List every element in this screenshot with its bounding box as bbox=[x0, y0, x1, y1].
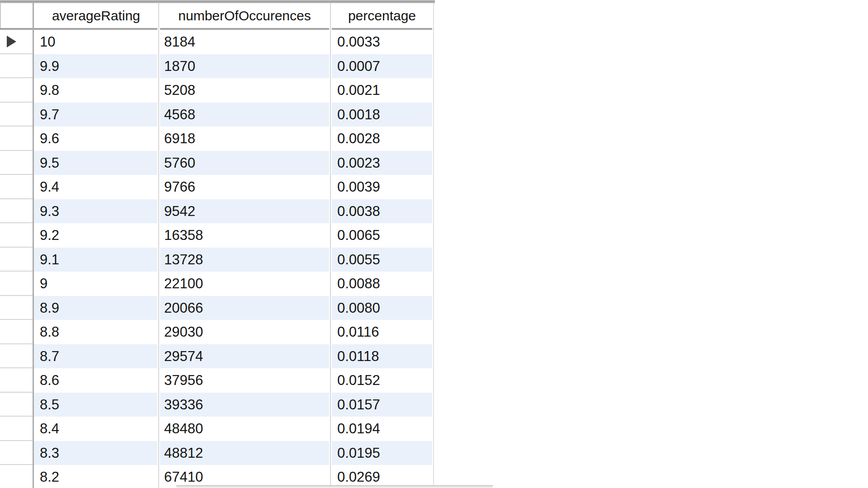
table-row[interactable]: 9.1 13728 0.0055 bbox=[34, 248, 433, 272]
cell-averageRating[interactable]: 9.1 bbox=[34, 248, 159, 272]
cell-percentage[interactable]: 0.0088 bbox=[331, 272, 433, 296]
cell-numberOfOccurences[interactable]: 22100 bbox=[159, 272, 331, 296]
row-selector-cell[interactable] bbox=[0, 54, 33, 79]
table-row[interactable]: 9.5 5760 0.0023 bbox=[34, 151, 433, 175]
cell-percentage[interactable]: 0.0118 bbox=[331, 344, 433, 369]
panel-top-border bbox=[0, 0, 435, 3]
table-row[interactable]: 9.2 16358 0.0065 bbox=[34, 223, 433, 248]
cell-averageRating[interactable]: 8.3 bbox=[34, 441, 159, 465]
cell-percentage[interactable]: 0.0157 bbox=[331, 393, 433, 417]
row-selector-cell[interactable] bbox=[0, 272, 33, 296]
row-selector-cell[interactable] bbox=[0, 223, 33, 248]
horizontal-scrollbar[interactable] bbox=[176, 485, 493, 488]
cell-averageRating[interactable]: 9.7 bbox=[34, 103, 159, 127]
cell-averageRating[interactable]: 8.7 bbox=[34, 344, 159, 369]
cell-numberOfOccurences[interactable]: 48812 bbox=[159, 441, 331, 465]
row-selector-cell[interactable] bbox=[0, 78, 33, 103]
cell-averageRating[interactable]: 10 bbox=[34, 30, 159, 54]
cell-percentage[interactable]: 0.0018 bbox=[331, 103, 433, 127]
cell-numberOfOccurences[interactable]: 37956 bbox=[159, 368, 331, 393]
row-selector-cell[interactable] bbox=[0, 151, 33, 175]
cell-numberOfOccurences[interactable]: 6918 bbox=[159, 127, 331, 151]
cell-numberOfOccurences[interactable]: 4568 bbox=[159, 103, 331, 127]
cell-numberOfOccurences[interactable]: 16358 bbox=[159, 223, 331, 248]
table-row[interactable]: 9.6 6918 0.0028 bbox=[34, 127, 433, 151]
cell-averageRating[interactable]: 8.4 bbox=[34, 417, 159, 441]
table-row[interactable]: 8.4 48480 0.0194 bbox=[34, 417, 433, 441]
cell-numberOfOccurences[interactable]: 13728 bbox=[159, 248, 331, 272]
row-selector-cell[interactable] bbox=[0, 127, 33, 151]
row-selector-cell[interactable] bbox=[0, 248, 33, 272]
cell-numberOfOccurences[interactable]: 67410 bbox=[159, 465, 331, 488]
cell-numberOfOccurences[interactable]: 8184 bbox=[159, 30, 331, 54]
cell-percentage[interactable]: 0.0038 bbox=[331, 199, 433, 224]
cell-numberOfOccurences[interactable]: 1870 bbox=[159, 54, 331, 79]
cell-averageRating[interactable]: 8.2 bbox=[34, 465, 159, 488]
table-row[interactable]: 8.9 20066 0.0080 bbox=[34, 296, 433, 320]
cell-averageRating[interactable]: 8.5 bbox=[34, 393, 159, 417]
cell-averageRating[interactable]: 9.9 bbox=[34, 54, 159, 79]
row-selector-cell[interactable] bbox=[0, 465, 33, 488]
table-row[interactable]: 9.9 1870 0.0007 bbox=[34, 54, 433, 79]
table-row[interactable]: 8.8 29030 0.0116 bbox=[34, 320, 433, 344]
cell-averageRating[interactable]: 9.4 bbox=[34, 175, 159, 199]
row-selector-cell[interactable] bbox=[0, 30, 33, 54]
column-header-percentage[interactable]: percentage bbox=[331, 3, 433, 28]
cell-percentage[interactable]: 0.0269 bbox=[331, 465, 433, 488]
table-row[interactable]: 8.5 39336 0.0157 bbox=[34, 393, 433, 417]
row-selector-cell[interactable] bbox=[0, 393, 33, 417]
cell-numberOfOccurences[interactable]: 48480 bbox=[159, 417, 331, 441]
row-selector-cell[interactable] bbox=[0, 417, 33, 441]
table-row[interactable]: 10 8184 0.0033 bbox=[34, 30, 433, 54]
cell-percentage[interactable]: 0.0023 bbox=[331, 151, 433, 175]
cell-percentage[interactable]: 0.0195 bbox=[331, 441, 433, 465]
cell-numberOfOccurences[interactable]: 5208 bbox=[159, 78, 331, 103]
cell-averageRating[interactable]: 9.8 bbox=[34, 78, 159, 103]
row-selector-cell[interactable] bbox=[0, 441, 33, 465]
row-selector-cell[interactable] bbox=[0, 199, 33, 224]
cell-percentage[interactable]: 0.0033 bbox=[331, 30, 433, 54]
cell-percentage[interactable]: 0.0028 bbox=[331, 127, 433, 151]
cell-numberOfOccurences[interactable]: 5760 bbox=[159, 151, 331, 175]
cell-averageRating[interactable]: 9.5 bbox=[34, 151, 159, 175]
cell-averageRating[interactable]: 8.6 bbox=[34, 368, 159, 393]
cell-percentage[interactable]: 0.0055 bbox=[331, 248, 433, 272]
table-row[interactable]: 8.7 29574 0.0118 bbox=[34, 344, 433, 369]
cell-percentage[interactable]: 0.0116 bbox=[331, 320, 433, 344]
row-selector-cell[interactable] bbox=[0, 368, 33, 393]
column-header-averageRating[interactable]: averageRating bbox=[34, 3, 158, 28]
row-selector-cell[interactable] bbox=[0, 103, 33, 127]
row-selector-cell[interactable] bbox=[0, 344, 33, 369]
cell-percentage[interactable]: 0.0152 bbox=[331, 368, 433, 393]
cell-percentage[interactable]: 0.0021 bbox=[331, 78, 433, 103]
row-selector-cell[interactable] bbox=[0, 320, 33, 344]
cell-numberOfOccurences[interactable]: 29030 bbox=[159, 320, 331, 344]
cell-numberOfOccurences[interactable]: 9542 bbox=[159, 199, 331, 224]
cell-numberOfOccurences[interactable]: 39336 bbox=[159, 393, 331, 417]
table-row[interactable]: 9.7 4568 0.0018 bbox=[34, 103, 433, 127]
cell-percentage[interactable]: 0.0194 bbox=[331, 417, 433, 441]
row-selector-cell[interactable] bbox=[0, 175, 33, 199]
cell-percentage[interactable]: 0.0080 bbox=[331, 296, 433, 320]
cell-numberOfOccurences[interactable]: 9766 bbox=[159, 175, 331, 199]
cell-percentage[interactable]: 0.0039 bbox=[331, 175, 433, 199]
cell-averageRating[interactable]: 8.8 bbox=[34, 320, 159, 344]
column-header-numberOfOccurences[interactable]: numberOfOccurences bbox=[159, 3, 330, 28]
cell-percentage[interactable]: 0.0065 bbox=[331, 223, 433, 248]
cell-averageRating[interactable]: 9.3 bbox=[34, 199, 159, 224]
table-row[interactable]: 8.6 37956 0.0152 bbox=[34, 368, 433, 393]
table-row[interactable]: 9.8 5208 0.0021 bbox=[34, 78, 433, 103]
row-selector-cell[interactable] bbox=[0, 296, 33, 320]
cell-percentage[interactable]: 0.0007 bbox=[331, 54, 433, 79]
cell-averageRating[interactable]: 9.6 bbox=[34, 127, 159, 151]
cell-averageRating[interactable]: 9 bbox=[34, 272, 159, 296]
cell-averageRating[interactable]: 8.9 bbox=[34, 296, 159, 320]
table-row[interactable]: 9.4 9766 0.0039 bbox=[34, 175, 433, 199]
table-row[interactable]: 8.2 67410 0.0269 bbox=[34, 465, 433, 488]
table-row[interactable]: 9 22100 0.0088 bbox=[34, 272, 433, 296]
cell-averageRating[interactable]: 9.2 bbox=[34, 223, 159, 248]
cell-numberOfOccurences[interactable]: 29574 bbox=[159, 344, 331, 369]
cell-numberOfOccurences[interactable]: 20066 bbox=[159, 296, 331, 320]
table-row[interactable]: 8.3 48812 0.0195 bbox=[34, 441, 433, 465]
table-row[interactable]: 9.3 9542 0.0038 bbox=[34, 199, 433, 224]
